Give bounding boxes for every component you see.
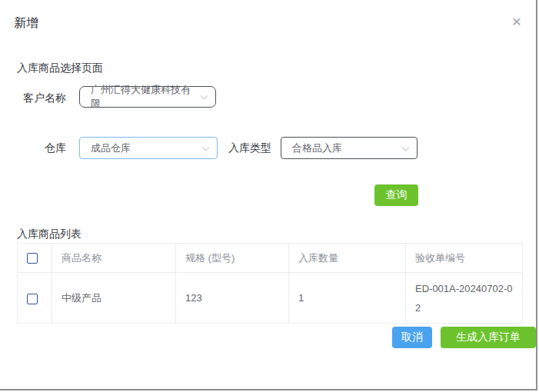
goods-table: 商品名称 规格 (型号) 入库数量 验收单编号 中级产品 123 1 ED-00… <box>17 243 523 324</box>
warehouse-label: 仓库 <box>23 137 66 159</box>
table-header-row: 商品名称 规格 (型号) 入库数量 验收单编号 <box>18 244 523 273</box>
inbound-type-label: 入库类型 <box>228 137 271 159</box>
cancel-button[interactable]: 取消 <box>392 327 432 348</box>
inbound-type-select-value: 合格品入库 <box>292 141 342 155</box>
cell-qty: 1 <box>289 273 406 324</box>
row-checkbox[interactable] <box>27 294 38 304</box>
warehouse-select-value: 成品仓库 <box>91 141 131 155</box>
column-header-spec: 规格 (型号) <box>176 244 289 273</box>
customer-select-value: 广州汇得大健康科技有限 <box>91 83 195 111</box>
close-icon[interactable]: × <box>506 11 527 32</box>
cell-product-name: 中级产品 <box>52 273 176 324</box>
section-title: 入库商品选择页面 <box>17 61 103 75</box>
query-button[interactable]: 查询 <box>374 184 418 206</box>
goods-list-title: 入库商品列表 <box>17 228 82 241</box>
cell-receipt-no: ED-001A-20240702-02 <box>406 273 523 324</box>
add-inbound-dialog: 新增 × 入库商品选择页面 客户名称 广州汇得大健康科技有限 仓库 成品仓库 入… <box>0 0 537 390</box>
dialog-title: 新增 <box>14 15 38 32</box>
chevron-down-icon <box>201 92 208 100</box>
column-header-receipt-no: 验收单编号 <box>406 244 523 273</box>
inbound-type-select[interactable]: 合格品入库 <box>281 137 418 159</box>
chevron-down-icon <box>202 143 210 151</box>
warehouse-select[interactable]: 成品仓库 <box>79 137 218 159</box>
table-row: 中级产品 123 1 ED-001A-20240702-02 <box>18 273 523 324</box>
cell-spec: 123 <box>176 273 289 324</box>
column-header-name: 商品名称 <box>52 244 176 273</box>
column-header-qty: 入库数量 <box>289 244 406 273</box>
customer-name-label: 客户名称 <box>23 87 66 108</box>
chevron-down-icon <box>402 143 410 151</box>
select-all-checkbox[interactable] <box>27 253 38 264</box>
generate-inbound-order-button[interactable]: 生成入库订单 <box>441 327 536 348</box>
customer-select[interactable]: 广州汇得大健康科技有限 <box>79 86 216 108</box>
